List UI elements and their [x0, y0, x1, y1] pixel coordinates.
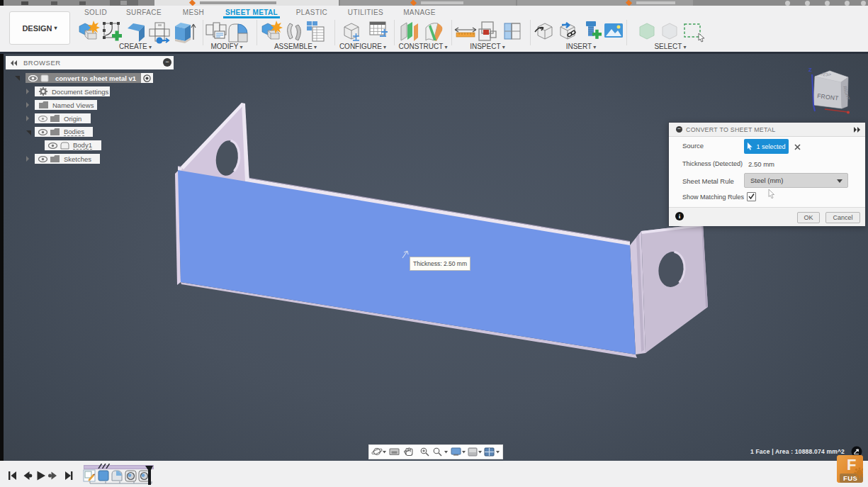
- svg-text:Z: Z: [808, 67, 812, 73]
